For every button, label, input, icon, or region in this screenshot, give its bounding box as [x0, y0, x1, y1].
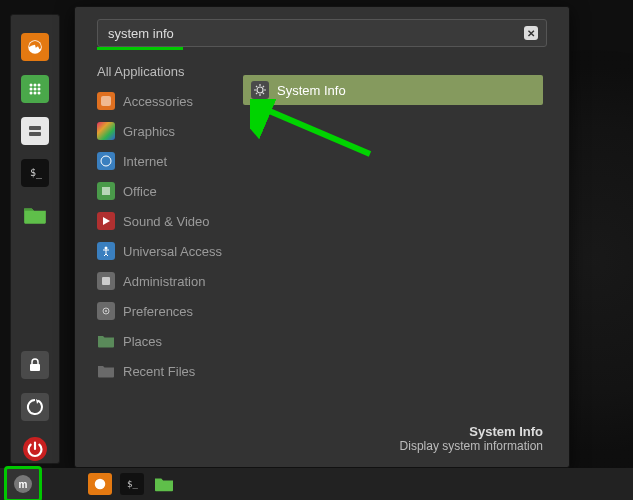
category-administration[interactable]: Administration [97, 271, 233, 291]
svg-line-29 [263, 93, 264, 94]
svg-line-30 [256, 93, 257, 94]
category-label: All Applications [97, 64, 184, 79]
svg-point-2 [34, 84, 37, 87]
graphics-icon [97, 122, 115, 140]
software-manager-icon[interactable] [21, 75, 49, 103]
recent-files-icon [97, 362, 115, 380]
category-internet[interactable]: Internet [97, 151, 233, 171]
category-recent-files[interactable]: Recent Files [97, 361, 233, 381]
power-icon[interactable] [21, 435, 49, 463]
logout-icon[interactable] [21, 393, 49, 421]
svg-line-28 [256, 86, 257, 87]
category-graphics[interactable]: Graphics [97, 121, 233, 141]
universal-access-icon [97, 242, 115, 260]
svg-point-6 [38, 88, 41, 91]
category-universal-access[interactable]: Universal Access [97, 241, 233, 261]
svg-point-9 [38, 92, 41, 95]
svg-point-23 [257, 87, 263, 93]
category-label: Office [123, 184, 157, 199]
category-label: Preferences [123, 304, 193, 319]
svg-point-22 [105, 310, 107, 312]
svg-point-3 [38, 84, 41, 87]
taskbar-terminal-icon[interactable]: $_ [120, 473, 144, 495]
svg-point-1 [30, 84, 33, 87]
sound-video-icon [97, 212, 115, 230]
svg-rect-17 [102, 187, 110, 195]
lock-screen-icon[interactable] [21, 351, 49, 379]
svg-rect-11 [29, 132, 41, 136]
category-preferences[interactable]: Preferences [97, 301, 233, 321]
tooltip-description: Display system information [400, 439, 543, 453]
terminal-icon[interactable]: $_ [21, 159, 49, 187]
result-system-info[interactable]: System Info [243, 75, 543, 105]
firefox-icon[interactable] [21, 33, 49, 61]
internet-icon [97, 152, 115, 170]
category-label: Graphics [123, 124, 175, 139]
category-accessories[interactable]: Accessories [97, 91, 233, 111]
mint-menu-popup: ✕ All Applications Accessories Graphics … [74, 6, 570, 468]
taskbar-firefox-icon[interactable] [88, 473, 112, 495]
annotation-arrow [250, 99, 380, 169]
clear-search-icon[interactable]: ✕ [524, 26, 538, 40]
search-results: System Info [243, 75, 543, 105]
search-underline-accent [97, 47, 183, 50]
category-label: Sound & Video [123, 214, 210, 229]
svg-rect-15 [101, 96, 111, 106]
result-label: System Info [277, 83, 346, 98]
category-label: Universal Access [123, 244, 222, 259]
svg-rect-10 [29, 126, 41, 130]
taskbar: m $_ [0, 468, 633, 500]
svg-text:$_: $_ [30, 167, 43, 179]
svg-rect-13 [30, 364, 40, 371]
svg-line-31 [263, 86, 264, 87]
category-office[interactable]: Office [97, 181, 233, 201]
category-label: Internet [123, 154, 167, 169]
settings-icon[interactable] [21, 117, 49, 145]
files-icon[interactable] [21, 201, 49, 229]
svg-point-4 [30, 88, 33, 91]
search-field-wrap[interactable]: ✕ [97, 19, 547, 47]
category-label: Administration [123, 274, 205, 289]
svg-marker-18 [103, 217, 110, 225]
office-icon [97, 182, 115, 200]
category-label: Places [123, 334, 162, 349]
mint-menu-button[interactable]: m [4, 466, 42, 500]
category-sound-video[interactable]: Sound & Video [97, 211, 233, 231]
svg-point-5 [34, 88, 37, 91]
svg-point-8 [34, 92, 37, 95]
places-icon [97, 332, 115, 350]
svg-text:$_: $_ [127, 479, 138, 489]
svg-point-36 [95, 479, 106, 490]
administration-icon [97, 272, 115, 290]
gear-icon [251, 81, 269, 99]
category-list: All Applications Accessories Graphics In… [97, 61, 233, 381]
result-tooltip: System Info Display system information [400, 424, 543, 453]
tooltip-title: System Info [400, 424, 543, 439]
svg-rect-20 [102, 277, 110, 285]
favorites-panel: $_ [10, 14, 60, 464]
search-input[interactable] [106, 25, 524, 42]
category-label: Accessories [123, 94, 193, 109]
category-places[interactable]: Places [97, 331, 233, 351]
svg-point-19 [105, 247, 108, 250]
svg-text:m: m [19, 479, 28, 490]
taskbar-files-icon[interactable] [152, 473, 176, 495]
svg-line-33 [260, 107, 370, 154]
svg-point-16 [101, 156, 111, 166]
category-all-applications[interactable]: All Applications [97, 61, 233, 81]
category-label: Recent Files [123, 364, 195, 379]
accessories-icon [97, 92, 115, 110]
svg-point-7 [30, 92, 33, 95]
preferences-icon [97, 302, 115, 320]
